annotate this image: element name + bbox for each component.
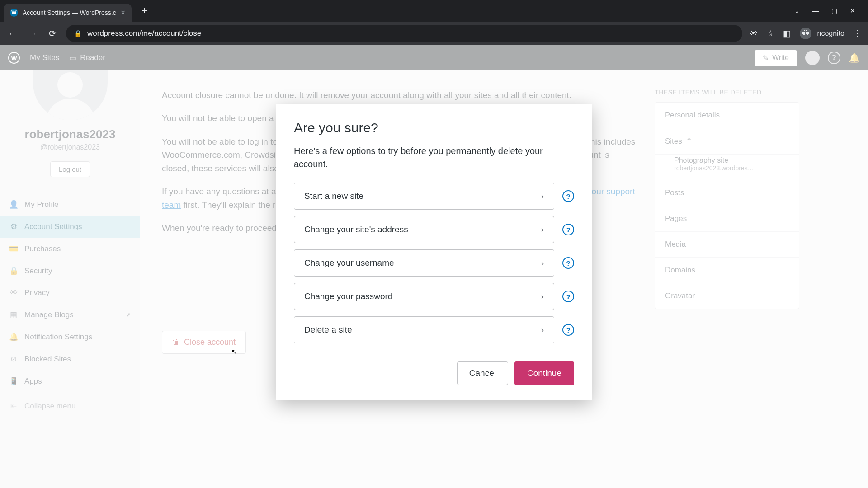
window-controls: ⌄ — ▢ ✕ xyxy=(794,7,864,14)
close-tab-icon[interactable]: × xyxy=(121,8,126,18)
wordpress-favicon-icon: W xyxy=(10,9,18,17)
confirm-close-modal: Are you sure? Here's a few options to tr… xyxy=(276,104,592,400)
option-delete-site[interactable]: Delete a site› xyxy=(294,316,554,343)
help-icon[interactable]: ? xyxy=(562,190,574,202)
chevron-right-icon: › xyxy=(541,292,544,301)
cursor-icon: ↖ xyxy=(231,348,237,355)
chevron-right-icon: › xyxy=(541,325,544,335)
tab-title: Account Settings — WordPress.c xyxy=(23,9,116,16)
maximize-icon[interactable]: ▢ xyxy=(831,7,837,14)
chevron-right-icon: › xyxy=(541,192,544,201)
help-icon[interactable]: ? xyxy=(562,291,574,302)
option-change-site-address[interactable]: Change your site's address› xyxy=(294,216,554,243)
incognito-badge[interactable]: 🕶 Incognito xyxy=(800,28,844,39)
help-icon[interactable]: ? xyxy=(562,224,574,235)
help-icon[interactable]: ? xyxy=(562,257,574,269)
option-change-username[interactable]: Change your username› xyxy=(294,249,554,277)
forward-button-icon: → xyxy=(26,28,39,39)
continue-button[interactable]: Continue xyxy=(514,361,574,385)
close-window-icon[interactable]: ✕ xyxy=(850,7,855,14)
cancel-button[interactable]: Cancel xyxy=(457,361,508,385)
chevron-right-icon: › xyxy=(541,258,544,268)
lock-icon: 🔒 xyxy=(74,30,82,37)
tab-search-icon[interactable]: ⌄ xyxy=(794,7,800,14)
url-input[interactable]: 🔒 wordpress.com/me/account/close xyxy=(66,25,742,42)
address-bar: ← → ⟳ 🔒 wordpress.com/me/account/close 👁… xyxy=(0,22,868,45)
eye-blocked-icon[interactable]: 👁 xyxy=(750,29,758,38)
reload-button-icon[interactable]: ⟳ xyxy=(46,28,59,39)
incognito-label: Incognito xyxy=(815,29,844,38)
chevron-right-icon: › xyxy=(541,225,544,235)
modal-overlay: Are you sure? Here's a few options to tr… xyxy=(0,45,868,488)
minimize-icon[interactable]: — xyxy=(812,7,819,14)
back-button-icon[interactable]: ← xyxy=(6,28,19,39)
modal-subtitle: Here's a few options to try before you p… xyxy=(294,145,574,171)
option-start-new-site[interactable]: Start a new site› xyxy=(294,183,554,210)
modal-title: Are you sure? xyxy=(294,120,574,136)
browser-tab-bar: W Account Settings — WordPress.c × + ⌄ —… xyxy=(0,0,868,22)
url-text: wordpress.com/me/account/close xyxy=(87,29,201,38)
option-change-password[interactable]: Change your password› xyxy=(294,283,554,310)
incognito-icon: 🕶 xyxy=(800,28,811,39)
help-icon[interactable]: ? xyxy=(562,324,574,336)
side-panel-icon[interactable]: ◧ xyxy=(783,28,791,38)
new-tab-button[interactable]: + xyxy=(138,3,151,19)
bookmark-star-icon[interactable]: ☆ xyxy=(767,28,774,38)
browser-menu-icon[interactable]: ⋮ xyxy=(854,28,862,38)
browser-tab[interactable]: W Account Settings — WordPress.c × xyxy=(4,4,132,22)
